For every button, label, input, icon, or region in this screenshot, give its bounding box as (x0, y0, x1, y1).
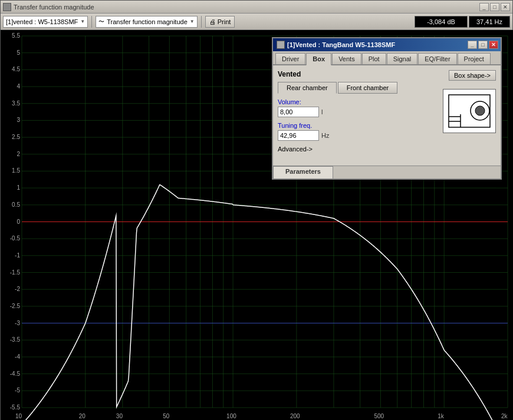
params-bar: Parameters (273, 166, 501, 178)
function-dropdown[interactable]: 〜 Transfer function magnitude ▼ (96, 16, 197, 28)
tab-plot[interactable]: Plot (362, 53, 386, 64)
db-value-display: -3,084 dB (415, 16, 468, 28)
main-close-button[interactable]: ✕ (501, 3, 510, 11)
printer-icon: 🖨 (209, 18, 216, 25)
front-chamber-button[interactable]: Front chamber (338, 82, 398, 94)
dialog-content: Vented Box shape-> Rear chamber Front ch… (273, 65, 501, 166)
x-label: 1k (438, 413, 444, 419)
dialog-titlebar: [1]Vented : TangBand W5-1138SMF _ □ ✕ (273, 38, 501, 51)
volume-input[interactable] (278, 107, 319, 117)
print-button[interactable]: 🖨 Print (205, 16, 235, 28)
x-label: 50 (163, 413, 169, 419)
tab-eq-filter[interactable]: EQ/Filter (418, 53, 456, 64)
advanced-link[interactable]: Advanced-> (278, 145, 496, 153)
box-diagram (443, 89, 496, 133)
params-tab[interactable]: Parameters (273, 166, 333, 178)
chevron-down-icon: ▼ (80, 19, 85, 24)
chevron-down-icon: ▼ (190, 19, 195, 24)
toolbar-separator (91, 16, 92, 28)
dialog-icon (277, 41, 285, 49)
x-label: 20 (79, 413, 86, 419)
tab-vents[interactable]: Vents (332, 53, 361, 64)
x-label: 10 (15, 413, 22, 419)
dialog-close-button[interactable]: ✕ (489, 41, 498, 49)
main-titlebar: Transfer function magnitude _ □ ✕ (1, 1, 512, 14)
x-axis: 102030501002005001k2k (21, 409, 513, 420)
main-window: Transfer function magnitude _ □ ✕ [1]ven… (0, 0, 513, 420)
tab-bar: Driver Box Vents Plot Signal EQ/Filter P… (273, 51, 501, 65)
x-label: 30 (116, 413, 123, 419)
main-title: Transfer function magnitude (14, 4, 94, 11)
dialog-minimize-button[interactable]: _ (468, 41, 477, 49)
x-label: 200 (290, 413, 300, 419)
box-shape-button[interactable]: Box shape-> (449, 70, 496, 81)
toolbar-separator-2 (201, 16, 202, 28)
tab-box[interactable]: Box (306, 53, 331, 65)
svg-point-2 (475, 106, 485, 115)
rear-chamber-button[interactable]: Rear chamber (278, 82, 337, 94)
main-minimize-button[interactable]: _ (479, 3, 489, 11)
volume-unit: l (321, 108, 323, 115)
app-icon (3, 3, 11, 11)
tuning-input[interactable] (278, 130, 319, 141)
wave-icon: 〜 (98, 18, 104, 26)
tab-project[interactable]: Project (458, 53, 491, 64)
main-maximize-button[interactable]: □ (490, 3, 499, 11)
dialog-window: [1]Vented : TangBand W5-1138SMF _ □ ✕ Dr… (272, 37, 502, 180)
speaker-diagram-svg (446, 92, 493, 130)
main-win-controls: _ □ ✕ (479, 3, 510, 11)
freq-value-display: 37,41 Hz (469, 16, 510, 28)
source-dropdown[interactable]: [1]vented : W5-1138SMF ▼ (3, 16, 88, 28)
dialog-win-controls: _ □ ✕ (468, 41, 498, 49)
tuning-unit: Hz (321, 132, 329, 139)
toolbar: [1]vented : W5-1138SMF ▼ 〜 Transfer func… (1, 14, 512, 30)
tab-driver[interactable]: Driver (275, 53, 305, 64)
x-label: 500 (374, 413, 384, 419)
x-label: 100 (226, 413, 236, 419)
tab-signal[interactable]: Signal (387, 53, 418, 64)
x-label: 2k (501, 413, 508, 419)
dialog-title: [1]Vented : TangBand W5-1138SMF (287, 41, 395, 48)
dialog-maximize-button[interactable]: □ (478, 41, 488, 49)
